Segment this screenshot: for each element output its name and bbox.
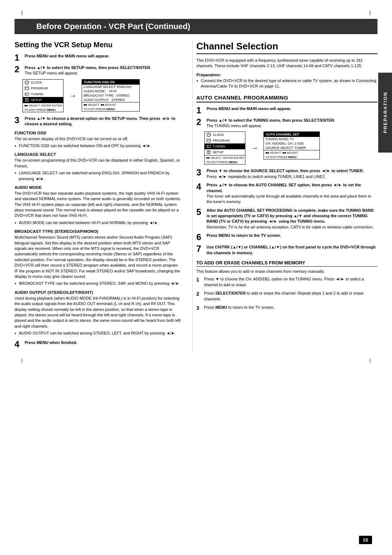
left-menu-diagram: CLOCK PROGRAM TUNING — [23, 79, 181, 112]
right-menu-item-2: AUDIO MODE: HI-FI — [82, 89, 139, 93]
to-add-step-1: 1 Press ▼ to choose the CH. ADD/DEL opti… — [196, 276, 377, 288]
right-step-1: 1 Press MENU and the MAIN menu will appe… — [196, 106, 377, 115]
step-2-normal: The SETUP menu will appear. — [25, 71, 78, 75]
page-wrapper: Before Operation - VCR Part (Continued) … — [0, 0, 392, 555]
right-menu-item-3: BROADCAST TYPE: STEREO — [82, 93, 139, 98]
menu-item-program: PROGRAM — [23, 85, 63, 91]
left-section-title: Setting the VCR Setup Menu — [15, 41, 181, 49]
right-step-3-normal: Press ◄/► repeatedly to switch among TUN… — [207, 174, 326, 179]
step-1-text: Press MENU and the MAIN menu will appear… — [25, 54, 110, 58]
left-step-1: 1 Press MENU and the MAIN menu will appe… — [15, 53, 181, 62]
left-menu-box: CLOCK PROGRAM TUNING — [23, 79, 64, 112]
audio-output-body: Used during playback (when AUDIO MODE (H… — [15, 296, 181, 329]
audio-mode-heading: AUDIO MODE — [15, 185, 181, 190]
r-menu-item-program: PROGRAM — [205, 138, 245, 143]
right-menu-item-4: AUDIO OUTPUT: STEREO — [82, 98, 139, 102]
step-1-content: Press MENU and the MAIN menu will appear… — [25, 53, 181, 59]
right-right-menu-box: AUTO CHANNEL SET TUNING BAND: TV CH. ADD… — [264, 131, 320, 159]
channel-intro: This DVD+VCR is equipped with a frequenc… — [196, 58, 377, 69]
step-3-content: Press ▲/▼ to choose a desired option on … — [25, 116, 181, 127]
to-add-step-1-num: 1 — [196, 276, 202, 283]
svg-rect-5 — [25, 93, 29, 95]
r-program-icon — [206, 138, 211, 143]
svg-rect-15 — [207, 145, 211, 147]
top-mark-left — [22, 11, 22, 15]
auto-channel-heading: AUTO CHANNEL PROGRAMMING — [196, 94, 377, 102]
auto-channel-section: AUTO CHANNEL PROGRAMMING 1 Press MENU an… — [196, 94, 377, 256]
right-step-5-content: After the AUTO CHANNEL SET PROCEEDING is… — [207, 208, 377, 230]
right-step-2-num: 2 — [196, 118, 204, 126]
r-setup-icon — [206, 150, 211, 155]
top-mark-right — [370, 11, 370, 15]
r-clock-icon — [206, 132, 211, 137]
right-step-4-bold: Press ▲/▼ to choose the AUTO CHANNEL SET… — [207, 183, 361, 193]
right-step-7: 7 Use CH/TRK (▲/▼) or CHANNEL (▲/▼) on t… — [196, 244, 377, 256]
content-area: Setting the VCR Setup Menu 1 Press MENU … — [0, 41, 392, 352]
right-step-1-text: Press MENU and the MAIN menu will appear… — [207, 106, 291, 111]
audio-mode-body: The DVD+VCR has two separate audio playb… — [15, 191, 181, 219]
audio-output-bullet-1: AUDIO OUTPUT can be switched among STERE… — [15, 331, 181, 336]
to-add-heading: TO ADD OR ERASE CHANNELS FROM MEMORY — [196, 260, 377, 267]
right-menu-item-1: LANGUAGE SELECT: ENGLISH — [82, 85, 139, 89]
to-add-step-2-content: Press SELECT/ENTER to add or erase the c… — [204, 291, 377, 302]
step-4-text: Press MENU when finished. — [25, 340, 77, 345]
main-header: Before Operation - VCR Part (Continued) — [15, 19, 377, 34]
r-tuning-icon — [206, 144, 211, 149]
preparation-bullet-1: Connect the DVD+VCR to the desired type … — [196, 78, 377, 89]
right-step-7-content: Use CH/TRK (▲/▼) or CHANNEL (▲/▼) on the… — [207, 244, 377, 256]
right-step-4-num: 4 — [196, 182, 204, 191]
function-osd-body: The on-screen display of this DVD+VCR ca… — [15, 136, 181, 142]
right-menu-header: FUNCTION OSD ON — [82, 80, 139, 85]
tuning-icon — [24, 92, 29, 97]
preparation-bullets: Connect the DVD+VCR to the desired type … — [196, 78, 377, 89]
to-add-step-3-num: 3 — [196, 305, 202, 311]
language-select-body: The on-screen programming of this DVD+VC… — [15, 158, 181, 169]
right-step-4-content: Press ▲/▼ to choose the AUTO CHANNEL SET… — [207, 182, 377, 205]
step-2-number: 2 — [15, 65, 23, 74]
preparation-heading: Preparation: — [196, 73, 377, 77]
page-number: 15 — [359, 536, 372, 544]
bottom-marks — [0, 359, 392, 363]
menu-item-setup: SETUP — [23, 97, 63, 103]
r-menu-arrow: → — [251, 144, 258, 152]
to-add-step-2-num: 2 — [196, 291, 202, 297]
r-right-menu-item-3: SOURCE SELECT: TUNER — [264, 146, 319, 150]
to-add-step-1-text: Press ▼ to choose the CH. ADD/DEL option… — [204, 277, 364, 287]
menu-arrow: → — [69, 92, 76, 100]
r-left-menu-exit: TO EXIT PRESS MENU — [205, 160, 245, 164]
right-step-4-normal: The tuner will automatically cycle throu… — [207, 194, 371, 204]
preparation-side-tab: PREPARATION — [378, 73, 392, 153]
language-select-bullets: LANGUAGE SELECT can be switched among EN… — [15, 170, 181, 182]
right-step-3-bold: Press ▼ to choose the SOURCE SELECT opti… — [207, 169, 364, 173]
to-add-step-3-content: Press MENU to return to the TV screen. — [204, 305, 377, 310]
top-marks — [0, 11, 392, 15]
left-menu-exit: TO EXIT PRESS MENU — [23, 108, 63, 112]
right-menu-box: FUNCTION OSD ON LANGUAGE SELECT: ENGLISH… — [82, 79, 140, 112]
right-step-5-num: 5 — [196, 208, 204, 216]
svg-line-12 — [209, 135, 209, 135]
to-add-step-3: 3 Press MENU to return to the TV screen. — [196, 305, 377, 311]
left-column: Setting the VCR Setup Menu 1 Press MENU … — [15, 41, 192, 352]
broadcast-type-body: Multichannel Television Sound (MTS) carr… — [15, 235, 181, 279]
right-step-2: 2 Press ▲/▼ to select the TUNING menu, t… — [196, 118, 377, 129]
program-icon — [24, 86, 29, 91]
broadcast-type-bullets: BROADCAST TYPE can be switched among STE… — [15, 281, 181, 286]
language-select-bullet-1: LANGUAGE SELECT can be switched among EN… — [15, 170, 181, 182]
right-step-6-content: Press MENU to return to the TV screen. — [207, 233, 377, 238]
function-osd-heading: FUNCTION OSD — [15, 131, 181, 135]
right-step-7-bold: Use CH/TRK (▲/▼) or CHANNEL (▲/▼) on the… — [207, 245, 376, 255]
r-menu-item-clock: CLOCK — [205, 132, 245, 138]
right-step-7-num: 7 — [196, 244, 204, 253]
clock-icon — [24, 80, 29, 85]
right-step-5-bold: After the AUTO CHANNEL SET PROCEEDING is… — [207, 208, 374, 224]
right-step-1-content: Press MENU and the MAIN menu will appear… — [207, 106, 377, 112]
to-add-step-2: 2 Press SELECT/ENTER to add or erase the… — [196, 291, 377, 302]
setup-icon — [24, 97, 29, 102]
right-step-6: 6 Press MENU to return to the TV screen. — [196, 233, 377, 242]
svg-rect-13 — [207, 139, 211, 142]
menu-item-clock: CLOCK — [23, 80, 63, 85]
left-menu-footer: ■■ SELECTENTER ENTER — [23, 103, 63, 108]
left-step-4: 4 Press MENU when finished. — [15, 340, 181, 349]
right-column: Channel Selection This DVD+VCR is equipp… — [192, 41, 377, 352]
r-menu-item-setup: SETUP — [205, 149, 245, 155]
